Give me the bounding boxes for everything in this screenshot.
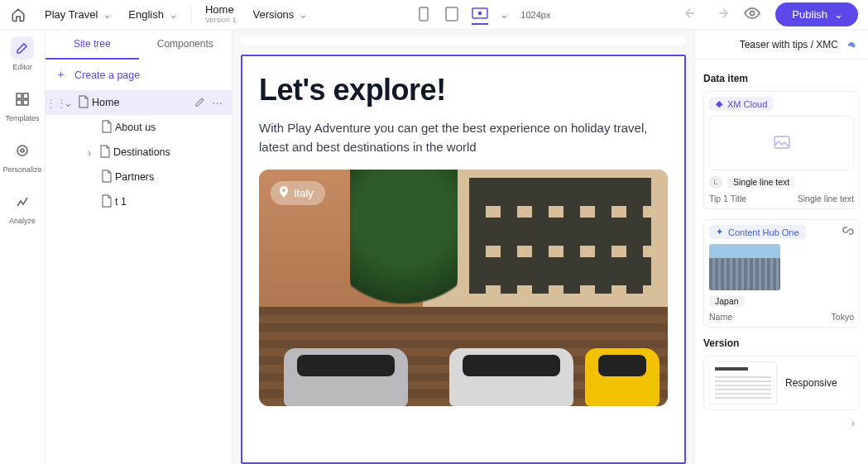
section-data-item: Data item <box>703 73 860 84</box>
tree-node-label: Partners <box>115 171 225 183</box>
rhs-header-label: Teaser with tips / XMC <box>740 39 838 50</box>
field-type: Single line text <box>798 194 854 203</box>
templates-icon <box>11 88 34 111</box>
chevron-down-icon[interactable]: ⌄ <box>60 97 75 109</box>
rail-personalize[interactable]: Personalize <box>2 139 41 174</box>
versions-dropdown[interactable]: Versions ⌄ <box>244 8 316 21</box>
drag-handle-icon[interactable]: ⋮⋮ <box>46 97 60 109</box>
preview-button[interactable] <box>744 7 760 22</box>
more-icon[interactable]: ⋯ <box>209 97 225 109</box>
canvas: Let's explore! With Play Adventure you c… <box>233 30 694 464</box>
section-version: Version <box>703 337 860 349</box>
language: English <box>128 8 164 21</box>
publish-button[interactable]: Publish ⌄ <box>775 2 858 26</box>
tree-node-destinations[interactable]: › Destinations <box>46 140 232 165</box>
hero-paragraph[interactable]: With Play Adventure you can get the best… <box>259 119 668 156</box>
site-name: Play Travel <box>45 8 98 21</box>
chevron-down-icon: ⌄ <box>103 8 112 21</box>
device-mobile[interactable] <box>415 8 432 25</box>
create-page-label: Create a page <box>74 69 140 81</box>
link-icon[interactable] <box>842 225 854 239</box>
redo-button[interactable] <box>714 7 729 22</box>
rail-label: Personalize <box>2 165 41 174</box>
rail-analyze[interactable]: Analyze <box>9 190 36 225</box>
hero-image[interactable]: Italy <box>259 170 668 406</box>
svg-rect-5 <box>17 93 22 98</box>
svg-point-10 <box>21 149 24 152</box>
page-title: Home <box>205 4 237 16</box>
thumbnail-image <box>709 244 780 290</box>
canvas-frame[interactable]: Let's explore! With Play Adventure you c… <box>241 55 686 464</box>
tree-node-label: Destinations <box>113 146 225 158</box>
rail-editor[interactable]: Editor <box>11 36 34 71</box>
page-icon <box>75 95 92 111</box>
home-button[interactable] <box>0 0 36 30</box>
version-thumbnail <box>709 361 777 404</box>
undo-button[interactable] <box>684 7 699 22</box>
versions-label: Versions <box>252 8 294 21</box>
chevron-right-icon[interactable]: › <box>851 417 855 429</box>
tree-node-t1[interactable]: t 1 <box>46 189 232 214</box>
location-tag[interactable]: Italy <box>271 181 325 205</box>
data-card-xmcloud[interactable]: ◆ XM Cloud L Single line text Tip 1 Titl… <box>703 91 860 209</box>
source-chip-xmcloud: ◆ XM Cloud <box>709 97 774 111</box>
publish-label: Publish <box>792 8 827 21</box>
tree-node-partners[interactable]: Partners <box>46 165 232 189</box>
page-icon <box>98 170 115 185</box>
device-desktop[interactable] <box>472 8 488 25</box>
source-chip-contenthub: ✦ Content Hub One <box>709 225 806 239</box>
hero-heading[interactable]: Let's explore! <box>259 73 668 108</box>
svg-rect-6 <box>23 93 28 98</box>
pin-icon <box>279 186 289 200</box>
edit-icon[interactable] <box>192 96 209 110</box>
svg-rect-0 <box>420 7 428 21</box>
chevron-down-icon: ⌄ <box>834 8 843 21</box>
field-value: Tokyo <box>832 312 854 322</box>
page-icon <box>97 145 113 160</box>
version-name: Responsive <box>785 377 837 389</box>
chevron-right-icon[interactable]: › <box>82 146 97 159</box>
chevron-down-icon: ⌄ <box>169 8 178 21</box>
tab-site-tree[interactable]: Site tree <box>46 30 139 60</box>
plus-icon: ＋ <box>55 68 66 82</box>
tree-node-home[interactable]: ⋮⋮ ⌄ Home ⋯ <box>46 90 232 115</box>
create-page-button[interactable]: ＋ Create a page <box>46 60 232 90</box>
rail-label: Templates <box>5 114 39 122</box>
field-name: Name <box>709 312 732 322</box>
site-dropdown[interactable]: Play Travel ⌄ <box>36 8 120 21</box>
product-logo-icon <box>846 36 860 52</box>
rail-templates[interactable]: Templates <box>5 88 39 122</box>
page-version: Version 1 <box>205 17 237 25</box>
svg-rect-8 <box>23 100 28 105</box>
language-dropdown[interactable]: English ⌄ <box>120 8 186 21</box>
svg-point-4 <box>751 12 755 16</box>
page-icon <box>98 120 115 136</box>
tree-node-label: About us <box>115 122 225 133</box>
page-icon <box>98 194 115 210</box>
tree-node-label: Home <box>92 97 192 108</box>
page-indicator: Home Version 1 <box>197 4 245 24</box>
version-card[interactable]: Responsive <box>703 356 860 410</box>
rail-label: Analyze <box>9 217 36 225</box>
tree-node-about[interactable]: About us <box>46 115 232 140</box>
device-more[interactable]: ⌄ <box>500 8 509 21</box>
breakpoint-label: 1024px <box>520 10 550 20</box>
personalize-icon <box>11 139 34 162</box>
analyze-icon <box>11 190 34 213</box>
device-tablet[interactable] <box>444 8 460 25</box>
tag-chip: Japan <box>709 295 745 307</box>
data-card-contenthub[interactable]: ✦ Content Hub One Japan Name Tokyo <box>703 219 860 328</box>
chip-label: Content Hub One <box>728 227 799 237</box>
tree-node-label: t 1 <box>115 196 225 208</box>
thumbnail-placeholder <box>709 116 854 170</box>
tab-components[interactable]: Components <box>139 30 233 60</box>
rail-label: Editor <box>12 63 32 71</box>
location-tag-label: Italy <box>294 187 314 199</box>
field-badge: L <box>709 175 722 189</box>
chip-label: XM Cloud <box>727 99 767 109</box>
contenthub-icon: ✦ <box>716 227 723 237</box>
field-type-chip: Single line text <box>727 176 795 188</box>
xmcloud-icon: ◆ <box>716 98 722 109</box>
svg-point-9 <box>17 146 27 155</box>
chevron-down-icon: ⌄ <box>299 8 308 21</box>
